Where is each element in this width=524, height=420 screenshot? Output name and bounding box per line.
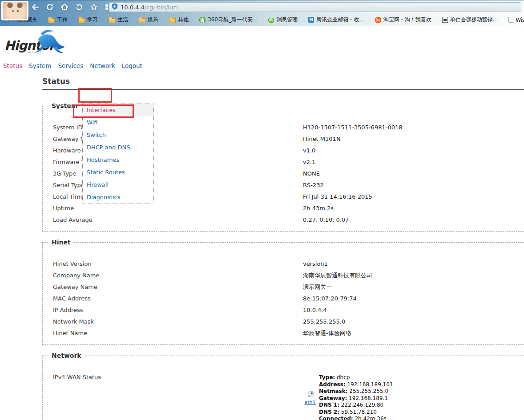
- bookmark-label: 消息管理: [276, 16, 298, 24]
- image-icon: [442, 17, 448, 23]
- row-label: Local Time: [43, 191, 303, 203]
- folder-icon: [48, 18, 55, 23]
- row-value: 华辰智通-体验网络: [303, 328, 351, 339]
- url-host: 10.0.4.4: [121, 4, 145, 11]
- page-title: Status: [42, 76, 524, 86]
- bookmark-label: 娱乐: [148, 16, 158, 24]
- menu-item-switch[interactable]: Switch: [83, 129, 153, 141]
- menu-item-hostnames[interactable]: Hostnames: [83, 154, 153, 166]
- page-icon: [508, 17, 513, 23]
- row-value: 2h 43m 2s: [303, 203, 334, 214]
- hinet-legend: Hinet: [49, 239, 73, 246]
- bookmark-label: 淘宝网 - 淘！我喜欢: [383, 16, 431, 24]
- row-label: Gateway Name: [43, 281, 303, 293]
- wan-interface-link[interactable]: eth1: [304, 400, 315, 405]
- menu-item-interfaces[interactable]: Interfaces: [83, 104, 153, 116]
- bookmark-item-item-3[interactable]: 生活: [109, 16, 128, 24]
- bookmark-label: 腾讯企业邮箱 - 收...: [316, 16, 364, 24]
- nav-item-system[interactable]: System: [29, 62, 51, 70]
- bookmark-item-item-7[interactable]: 消息管理: [268, 16, 298, 24]
- status-row: MAC Address8e:15:07:20:79:74: [43, 293, 524, 304]
- bookmark-label: 360导航_新一代安...: [208, 16, 258, 24]
- nav-item-network[interactable]: Network: [90, 62, 115, 70]
- ethernet-port-icon: [306, 391, 314, 400]
- system-legend: System: [49, 102, 80, 109]
- bookmark-item-item-10[interactable]: 单仁合强移动营销...: [442, 16, 498, 24]
- menu-item-dhcp-and-dns[interactable]: DHCP and DNS: [83, 141, 153, 154]
- network-menu: InterfacesWifiSwitchDHCP and DNSHostname…: [82, 104, 154, 204]
- url-path: /cgi-bin/luci: [145, 4, 178, 11]
- row-label: MAC Address: [43, 293, 303, 304]
- folder-icon: [78, 18, 85, 23]
- row-label: Company Name: [43, 270, 303, 281]
- wan-details: Type: dhcpAddress: 192.168.189.101Netmas…: [319, 374, 393, 420]
- bookmark-item-item-9[interactable]: 淘淘宝网 - 淘！我喜欢: [375, 16, 431, 24]
- row-value: NONE: [303, 168, 320, 180]
- status-row: IP Address10.0.4.4: [43, 304, 524, 316]
- row-value: 8e:15:07:20:79:74: [303, 293, 357, 304]
- row-label: Serial Type: [43, 180, 303, 191]
- row-label: IP Address: [43, 304, 303, 316]
- bookmark-label: 工作: [57, 16, 68, 24]
- refresh-icon[interactable]: [45, 2, 55, 12]
- wan-detail-line: Address: 192.168.189.101: [319, 381, 393, 388]
- menu-item-static-routes[interactable]: Static Routes: [83, 166, 153, 179]
- address-bar[interactable]: 10.0.4.4/cgi-bin/luci: [109, 2, 521, 12]
- undo-icon[interactable]: [74, 2, 84, 12]
- bookmark-label: 生活: [117, 16, 128, 24]
- star-icon[interactable]: [89, 2, 99, 12]
- status-row: Company Name湖南华辰智通科技有限公司: [43, 270, 524, 281]
- status-row: Hinet Versionversion1: [43, 258, 524, 270]
- bookmark-item-wisecrm-nbs[interactable]: WiseCRM NBS - ...: [508, 17, 524, 23]
- luci-page: Hignton technology StatusSystemServicesN…: [0, 33, 524, 420]
- chat-icon: [268, 18, 274, 23]
- taobao-icon: 淘: [375, 17, 381, 23]
- bookmark-item-360[interactable]: 360导航_新一代安...: [199, 16, 258, 24]
- row-value: 255.255.255.0: [303, 316, 345, 328]
- menu-item-wifi[interactable]: Wifi: [83, 116, 153, 129]
- menu-item-diagnostics[interactable]: Diagnostics: [83, 191, 153, 204]
- bookmark-label: 其他: [178, 16, 189, 24]
- row-value: 湖南华辰智通科技有限公司: [303, 270, 372, 281]
- row-label: Hinet Version: [43, 258, 303, 270]
- network-section: Network IPv4 WAN Status eth1: [42, 352, 524, 420]
- bookmark-item-item-1[interactable]: 工作: [48, 16, 68, 24]
- folder-icon: [139, 18, 145, 23]
- row-label: Hardware Version: [43, 145, 303, 156]
- bookmark-item-item-8[interactable]: M腾讯企业邮箱 - 收...: [308, 16, 364, 24]
- row-value: v1.0: [303, 145, 315, 156]
- wan-detail-line: Connected: 2h 42m 36s: [319, 416, 393, 420]
- avatar[interactable]: [1, 1, 28, 20]
- menu-item-firewall[interactable]: Firewall: [83, 179, 153, 191]
- row-value: 10.0.4.4: [303, 304, 327, 316]
- row-value: v2.1: [303, 156, 315, 168]
- folder-icon: [169, 18, 176, 23]
- row-value: version1: [303, 258, 328, 270]
- bookmark-item-item-2[interactable]: 学习: [78, 16, 98, 24]
- browser-chrome: 10.0.4.4/cgi-bin/luci 手机收藏夹工作学习生活娱乐其他360…: [0, 0, 524, 26]
- mail-icon: M: [308, 17, 314, 23]
- home-icon[interactable]: [60, 2, 69, 12]
- row-label: Gateway Model: [43, 133, 303, 145]
- row-value: RS-232: [303, 180, 324, 191]
- bookmark-item-item-5[interactable]: 其他: [169, 16, 189, 24]
- nav-item-services[interactable]: Services: [58, 62, 83, 70]
- wan-status-block: eth1 Type: dhcpAddress: 192.168.189.101N…: [303, 374, 393, 420]
- bookmark-item-item-4[interactable]: 娱乐: [139, 16, 158, 24]
- status-row: Uptime2h 43m 2s: [43, 203, 524, 214]
- wan-status-label: IPv4 WAN Status: [43, 372, 303, 383]
- back-icon[interactable]: [30, 2, 40, 12]
- nav-item-status[interactable]: Status: [3, 62, 22, 70]
- antelope-logo-icon: [34, 28, 67, 56]
- folder-icon: [109, 18, 115, 23]
- bookmarks-bar: 手机收藏夹工作学习生活娱乐其他360导航_新一代安...消息管理M腾讯企业邮箱 …: [0, 14, 524, 26]
- main-nav: StatusSystemServicesNetworkLogout: [0, 62, 524, 70]
- wan-status-row: IPv4 WAN Status eth1 Type: dhcpAddress:: [43, 372, 524, 420]
- row-value: Fri Jul 31 14:16:16 2015: [303, 191, 372, 203]
- url-text: 10.0.4.4/cgi-bin/luci: [121, 4, 178, 11]
- nav-item-logout[interactable]: Logout: [122, 62, 142, 70]
- row-label: 3G Type: [43, 168, 303, 180]
- bookmark-label: WiseCRM NBS - ...: [516, 17, 524, 23]
- s360-icon: [199, 17, 206, 23]
- wan-detail-line: DNS 2: 59.51.78.210: [319, 409, 393, 416]
